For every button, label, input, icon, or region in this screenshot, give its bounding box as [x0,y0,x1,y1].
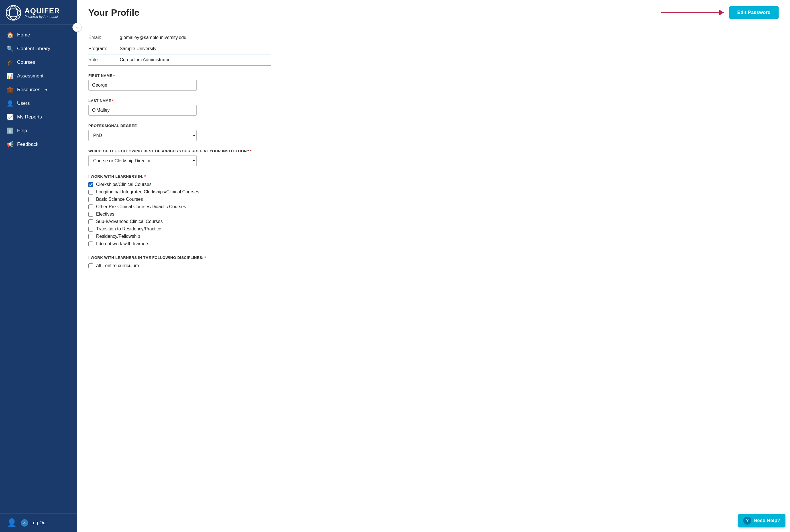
learners-electives-label: Electives [96,212,114,217]
sidebar-item-courses-label: Courses [17,59,35,65]
resources-chevron-icon: ▾ [45,88,47,92]
learners-residency-label: Residency/Fellowship [96,234,140,239]
courses-icon: 🎓 [7,59,13,65]
email-value: g.omalley@sampleuniversity.edu [120,35,186,40]
learners-pre-clinical-checkbox[interactable] [88,205,93,209]
institution-role-select[interactable]: Course or Clerkship Director Curriculum … [88,155,197,166]
email-row: Email: g.omalley@sampleuniversity.edu [88,32,271,43]
institution-role-section: WHICH OF THE FOLLOWING BEST DESCRIBES YO… [88,149,271,166]
learners-longitudinal-checkbox[interactable] [88,190,93,194]
first-name-input[interactable] [88,80,197,91]
sidebar-item-home[interactable]: 🏠 Home [0,28,77,42]
sidebar-item-users-label: Users [17,100,30,106]
page-title: Your Profile [88,7,139,18]
help-question-icon: ? [743,517,751,525]
aquifer-logo-icon [6,5,21,20]
logout-label: Log Out [31,520,47,526]
sidebar-item-content-library[interactable]: 🔍 Content Library [0,42,77,56]
email-label: Email: [88,35,120,40]
user-avatar-icon: 👤 [7,518,17,528]
disciplines-all-checkbox[interactable] [88,263,93,268]
list-item: Transition to Residency/Practice [88,225,271,233]
sidebar-item-resources[interactable]: 💼 Resources ▾ [0,83,77,97]
disciplines-required: * [204,255,206,260]
header-right: Edit Password [661,6,778,19]
learners-transition-label: Transition to Residency/Practice [96,226,161,231]
learners-basic-science-checkbox[interactable] [88,197,93,202]
learners-sub-i-checkbox[interactable] [88,219,93,224]
sidebar-item-courses[interactable]: 🎓 Courses [0,56,77,69]
arrow-line [661,12,723,13]
program-row: Program: Sample University [88,43,271,54]
role-label: Role: [88,57,120,62]
logo-title: AQUIFER [24,7,60,15]
resources-icon: 💼 [7,87,13,93]
disciplines-label: I WORK WITH LEARNERS IN THE FOLLOWING DI… [88,255,271,260]
last-name-input[interactable] [88,105,197,116]
learners-basic-science-label: Basic Science Courses [96,197,143,202]
feedback-icon: 📢 [7,141,13,148]
collapse-sidebar-button[interactable]: ‹ [72,23,81,32]
learners-transition-checkbox[interactable] [88,227,93,231]
edit-password-button[interactable]: Edit Password [729,6,778,19]
program-value: Sample University [120,46,157,51]
sidebar-item-help-label: Help [17,128,27,134]
sidebar: AQUIFER Powered by Aqueduct ‹ 🏠 Home 🔍 C… [0,0,77,532]
learners-label: I WORK WITH LEARNERS IN:* [88,174,271,178]
logout-button[interactable]: ✕ Log Out [21,519,47,527]
institution-role-label: WHICH OF THE FOLLOWING BEST DESCRIBES YO… [88,149,271,153]
logo-text: AQUIFER Powered by Aqueduct [24,7,60,19]
list-item: I do not work with learners [88,240,271,247]
assessment-icon: 📊 [7,73,13,79]
sidebar-item-feedback-label: Feedback [17,141,38,147]
search-icon: 🔍 [7,45,13,52]
sidebar-item-help[interactable]: ℹ️ Help [0,124,77,137]
sidebar-item-assessment[interactable]: 📊 Assessment [0,69,77,83]
main-content: Your Profile Edit Password Email: g.omal… [77,0,790,532]
sidebar-item-home-label: Home [17,32,30,38]
learners-required: * [144,174,146,178]
sidebar-footer: 👤 ✕ Log Out [0,513,77,532]
learners-electives-checkbox[interactable] [88,212,93,217]
users-icon: 👤 [7,100,13,107]
svg-point-1 [10,6,17,20]
sidebar-item-feedback[interactable]: 📢 Feedback [0,137,77,151]
list-item: Longitudinal Integrated Clerkships/Clini… [88,188,271,196]
learners-clerkships-checkbox[interactable] [88,182,93,187]
degree-select[interactable]: PhD MD DO PA NP RN Other [88,130,197,141]
learners-section: I WORK WITH LEARNERS IN:* Clerkships/Cli… [88,174,271,247]
learners-clerkships-label: Clerkships/Clinical Courses [96,182,152,187]
list-item: Other Pre-Clinical Courses/Didactic Cour… [88,203,271,210]
logout-circle-icon: ✕ [21,519,28,527]
role-value: Curriculum Administrator [120,57,169,62]
learners-sub-i-label: Sub-I/Advanced Clinical Courses [96,219,163,224]
list-item: Electives [88,210,271,218]
learners-residency-checkbox[interactable] [88,234,93,239]
my-reports-icon: 📈 [7,114,13,120]
learners-none-checkbox[interactable] [88,242,93,246]
main-header: Your Profile Edit Password [77,0,790,24]
list-item: All - entire curriculum [88,262,271,269]
home-icon: 🏠 [7,32,13,38]
profile-form: Email: g.omalley@sampleuniversity.edu Pr… [77,24,282,281]
disciplines-all-label: All - entire curriculum [96,263,139,268]
last-name-section: LAST NAME* [88,98,271,116]
learners-pre-clinical-label: Other Pre-Clinical Courses/Didactic Cour… [96,204,186,209]
sidebar-item-users[interactable]: 👤 Users [0,97,77,110]
sidebar-item-my-reports[interactable]: 📈 My Reports [0,110,77,124]
help-icon: ℹ️ [7,128,13,134]
first-name-label: FIRST NAME* [88,74,271,78]
list-item: Sub-I/Advanced Clinical Courses [88,218,271,225]
need-help-label: Need Help? [754,518,780,524]
arrow-decoration [661,12,723,13]
list-item: Clerkships/Clinical Courses [88,181,271,188]
institution-role-required: * [250,149,252,153]
list-item: Basic Science Courses [88,196,271,203]
sidebar-item-my-reports-label: My Reports [17,114,42,120]
need-help-button[interactable]: ? Need Help? [738,514,786,528]
disciplines-checkbox-group: All - entire curriculum [88,262,271,269]
disciplines-section: I WORK WITH LEARNERS IN THE FOLLOWING DI… [88,255,271,269]
sidebar-item-assessment-label: Assessment [17,73,43,79]
sidebar-item-content-library-label: Content Library [17,46,50,52]
role-row: Role: Curriculum Administrator [88,54,271,65]
